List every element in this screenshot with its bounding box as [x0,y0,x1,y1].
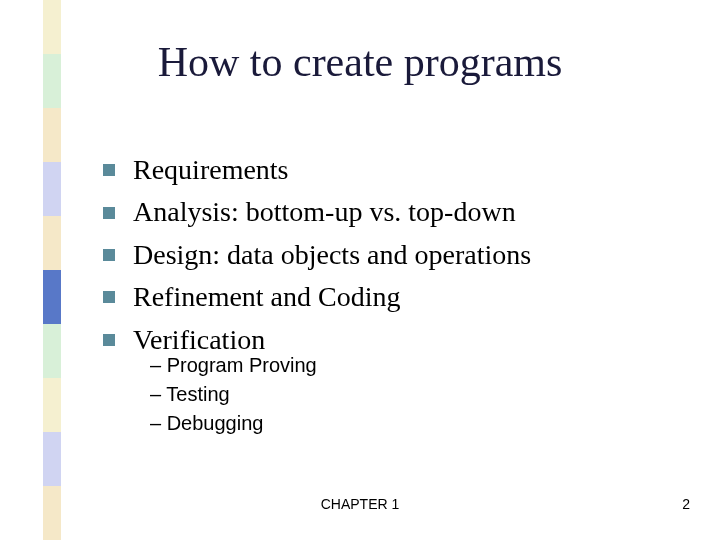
bullet-text: Analysis: bottom-up vs. top-down [133,194,516,230]
list-item: Design: data objects and operations [103,237,531,273]
square-bullet-icon [103,164,115,176]
slide-title: How to create programs [0,38,720,86]
bullet-text: Refinement and Coding [133,279,401,315]
sidebar-block [43,324,61,378]
page-number: 2 [682,496,690,512]
footer-chapter: CHAPTER 1 [0,496,720,512]
square-bullet-icon [103,334,115,346]
list-item: Refinement and Coding [103,279,531,315]
sub-list-item: – Testing [150,383,317,406]
square-bullet-icon [103,249,115,261]
list-item: Analysis: bottom-up vs. top-down [103,194,531,230]
sub-list-item: – Debugging [150,412,317,435]
square-bullet-icon [103,207,115,219]
sidebar-block [43,108,61,162]
sub-list-item: – Program Proving [150,354,317,377]
square-bullet-icon [103,291,115,303]
sidebar-block [43,216,61,270]
sidebar-block [43,486,61,540]
list-item: Requirements [103,152,531,188]
sidebar-block [43,162,61,216]
bullet-text: Requirements [133,152,289,188]
bullet-text: Verification [133,322,265,358]
list-item: Verification [103,322,531,358]
sidebar-block [43,432,61,486]
sidebar-block [43,378,61,432]
sub-bullet-list: – Program Proving – Testing – Debugging [150,354,317,441]
bullet-list: Requirements Analysis: bottom-up vs. top… [103,152,531,364]
sidebar-block [43,270,61,324]
bullet-text: Design: data objects and operations [133,237,531,273]
